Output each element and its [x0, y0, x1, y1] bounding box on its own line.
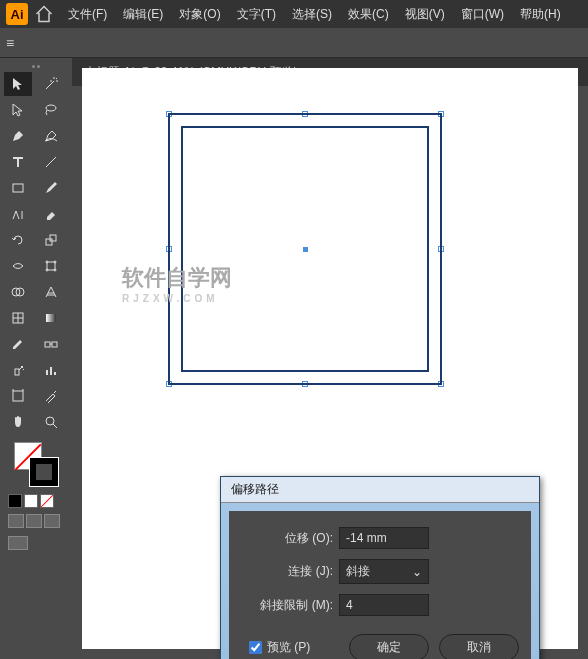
menu-edit[interactable]: 编辑(E) [115, 2, 171, 27]
curvature-tool[interactable] [37, 124, 65, 148]
symbol-sprayer-tool[interactable] [4, 358, 32, 382]
slice-tool[interactable] [37, 384, 65, 408]
join-label: 连接 (J): [241, 563, 333, 580]
eyedropper-tool[interactable] [4, 332, 32, 356]
rectangle-tool[interactable] [4, 176, 32, 200]
svg-line-1 [46, 157, 56, 167]
svg-rect-20 [46, 370, 48, 375]
main-menu: 文件(F) 编辑(E) 对象(O) 文字(T) 选择(S) 效果(C) 视图(V… [60, 2, 569, 27]
hand-tool[interactable] [4, 410, 32, 434]
doc-menu-icon[interactable]: ≡ [6, 35, 14, 51]
tool-panel [0, 58, 72, 659]
ok-button[interactable]: 确定 [349, 634, 429, 659]
app-logo: Ai [6, 3, 28, 25]
svg-line-27 [53, 424, 57, 428]
canvas-area: 未标题-1* @ 29.41% (CMYK/GPU 预览) × 软件自学网 RJ… [72, 58, 588, 659]
svg-rect-23 [13, 391, 23, 401]
svg-rect-22 [54, 372, 56, 375]
dialog-title: 偏移路径 [221, 477, 539, 503]
color-swatches [2, 492, 70, 510]
preview-label: 预览 (P) [267, 639, 310, 656]
line-tool[interactable] [37, 150, 65, 174]
shaper-tool[interactable] [4, 202, 32, 226]
selection-tool[interactable] [4, 72, 32, 96]
magic-wand-tool[interactable] [37, 72, 65, 96]
rotate-tool[interactable] [4, 228, 32, 252]
draw-mode-behind[interactable] [26, 514, 42, 528]
zoom-tool[interactable] [37, 410, 65, 434]
svg-rect-21 [50, 367, 52, 375]
watermark-sub: RJZXW.COM [122, 293, 232, 304]
cancel-button[interactable]: 取消 [439, 634, 519, 659]
fill-stroke-control[interactable] [2, 436, 70, 492]
shape-builder-tool[interactable] [4, 280, 32, 304]
swatch-color[interactable] [8, 494, 22, 508]
screen-mode-row [2, 532, 70, 554]
control-bar: ≡ [0, 28, 588, 58]
join-value: 斜接 [346, 563, 370, 580]
artboard-tool[interactable] [4, 384, 32, 408]
menu-object[interactable]: 对象(O) [171, 2, 228, 27]
draw-mode-inside[interactable] [44, 514, 60, 528]
draw-mode-normal[interactable] [8, 514, 24, 528]
miter-label: 斜接限制 (M): [241, 597, 333, 614]
svg-point-0 [46, 105, 56, 111]
svg-rect-3 [46, 239, 52, 245]
eraser-tool[interactable] [37, 202, 65, 226]
mesh-tool[interactable] [4, 306, 32, 330]
offset-path-dialog: 偏移路径 位移 (O): 连接 (J): 斜接 ⌄ 斜接限制 (M): [220, 476, 540, 659]
watermark: 软件自学网 RJZXW.COM [122, 263, 232, 304]
svg-rect-2 [13, 184, 23, 192]
selection-center [303, 247, 308, 252]
panel-grabber[interactable] [2, 62, 70, 70]
miter-input[interactable] [339, 594, 429, 616]
menu-select[interactable]: 选择(S) [284, 2, 340, 27]
pen-tool[interactable] [4, 124, 32, 148]
menu-file[interactable]: 文件(F) [60, 2, 115, 27]
menu-type[interactable]: 文字(T) [229, 2, 284, 27]
type-tool[interactable] [4, 150, 32, 174]
screen-modes [2, 510, 70, 532]
watermark-text: 软件自学网 [122, 265, 232, 290]
svg-rect-17 [52, 342, 57, 347]
join-select[interactable]: 斜接 ⌄ [339, 559, 429, 584]
menu-effect[interactable]: 效果(C) [340, 2, 397, 27]
offset-input[interactable] [339, 527, 429, 549]
svg-rect-5 [47, 262, 55, 270]
free-transform-tool[interactable] [37, 254, 65, 278]
blend-tool[interactable] [37, 332, 65, 356]
chevron-down-icon: ⌄ [412, 565, 422, 579]
svg-rect-19 [15, 369, 19, 375]
svg-point-26 [46, 417, 54, 425]
menu-help[interactable]: 帮助(H) [512, 2, 569, 27]
stroke-swatch[interactable] [30, 458, 58, 486]
home-icon[interactable] [34, 4, 54, 24]
menu-view[interactable]: 视图(V) [397, 2, 453, 27]
paintbrush-tool[interactable] [37, 176, 65, 200]
scale-tool[interactable] [37, 228, 65, 252]
perspective-tool[interactable] [37, 280, 65, 304]
swatch-gradient[interactable] [24, 494, 38, 508]
svg-rect-16 [45, 342, 50, 347]
offset-label: 位移 (O): [241, 530, 333, 547]
swatch-none[interactable] [40, 494, 54, 508]
direct-selection-tool[interactable] [4, 98, 32, 122]
svg-rect-4 [50, 235, 56, 241]
menu-window[interactable]: 窗口(W) [453, 2, 512, 27]
preview-check-input[interactable] [249, 641, 262, 654]
lasso-tool[interactable] [37, 98, 65, 122]
graph-tool[interactable] [37, 358, 65, 382]
width-tool[interactable] [4, 254, 32, 278]
preview-checkbox[interactable]: 预览 (P) [249, 639, 310, 656]
svg-rect-15 [46, 314, 56, 322]
screen-mode[interactable] [8, 536, 28, 550]
title-bar: Ai 文件(F) 编辑(E) 对象(O) 文字(T) 选择(S) 效果(C) 视… [0, 0, 588, 28]
gradient-tool[interactable] [37, 306, 65, 330]
